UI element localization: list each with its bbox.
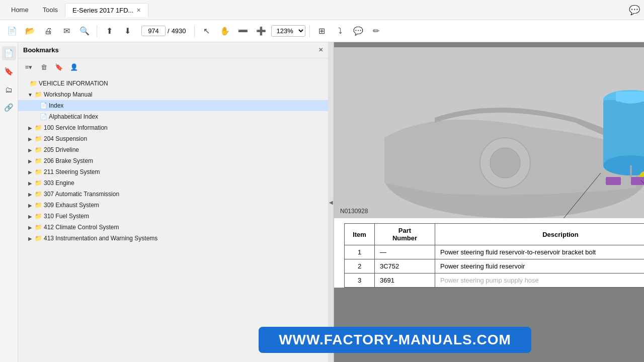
- bookmarks-panel: Bookmarks ✕ ≡▾ 🗑 🔖 👤 📁 VEHICLE INFORMATI…: [18, 42, 328, 362]
- document-page: 3 4 N0130928 Item PartNumb: [334, 47, 644, 288]
- tree-item-205[interactable]: ▶ 📁 205 Driveline: [18, 144, 328, 155]
- svg-text:N0130928: N0130928: [340, 208, 368, 215]
- tab-tools[interactable]: Tools: [36, 3, 65, 17]
- file-icon-alpha-index: 📄: [39, 113, 47, 121]
- tree-label-vehicle-info: VEHICLE INFORMATION: [39, 80, 108, 87]
- bookmarks-close-button[interactable]: ✕: [318, 47, 323, 53]
- tree-item-413[interactable]: ▶ 📁 413 Instrumentation and Warning Syst…: [18, 233, 328, 244]
- toggle-206[interactable]: ▶: [26, 157, 34, 165]
- folder-icon-206: 📁: [34, 157, 42, 165]
- toolbar: 📄 📂 🖨 ✉ 🔍 ⬆ ⬇ 974 / 4930 ↖ ✋ ➖ ➕ 123% 10…: [0, 20, 644, 42]
- tree-item-206[interactable]: ▶ 📁 206 Brake System: [18, 155, 328, 166]
- col-header-desc: Description: [435, 224, 645, 245]
- zoom-select[interactable]: 123% 100% 150%: [271, 25, 305, 37]
- tree-label-index: Index: [49, 102, 63, 109]
- tree-item-412[interactable]: ▶ 📁 412 Climate Control System: [18, 222, 328, 233]
- folder-icon-309: 📁: [34, 201, 42, 209]
- folder-icon-205: 📁: [34, 146, 42, 154]
- tree-item-309[interactable]: ▶ 📁 309 Exhaust System: [18, 200, 328, 211]
- tree-item-alpha-index[interactable]: 📄 Alphabetical Index: [18, 111, 328, 122]
- bookmarks-toolbar: ≡▾ 🗑 🔖 👤: [18, 58, 328, 76]
- col-header-part: PartNumber: [375, 224, 435, 245]
- tree-item-index[interactable]: 📄 Index: [18, 100, 328, 111]
- side-link-icon[interactable]: 🔗: [2, 101, 16, 115]
- toggle-100-service[interactable]: ▶: [26, 124, 34, 132]
- tree-item-workshop-manual[interactable]: ▼ 📁 Workshop Manual: [18, 89, 328, 100]
- tree-item-204[interactable]: ▶ 📁 204 Suspension: [18, 133, 328, 144]
- tree-item-vehicle-info[interactable]: 📁 VEHICLE INFORMATION: [18, 78, 328, 89]
- row1-desc: Power steering fluid reservoir-to-reserv…: [435, 245, 645, 259]
- folder-icon-412: 📁: [34, 223, 42, 231]
- row1-item: 1: [345, 245, 375, 259]
- tree-item-211[interactable]: ▶ 📁 211 Steering System: [18, 166, 328, 177]
- page-current-input[interactable]: 974: [141, 26, 166, 36]
- svg-rect-11: [631, 177, 644, 185]
- toggle-205[interactable]: ▶: [26, 146, 34, 154]
- parts-table-wrap: Item PartNumber Description 1 — Power st…: [334, 218, 644, 288]
- toolbar-separator-3: [309, 25, 310, 37]
- tree-label-workshop-manual: Workshop Manual: [44, 91, 93, 98]
- tree-label-205: 205 Driveline: [44, 146, 79, 153]
- toggle-307[interactable]: ▶: [26, 190, 34, 198]
- hand-tool-button[interactable]: ✋: [217, 23, 233, 39]
- next-page-button[interactable]: ⬇: [119, 23, 135, 39]
- open-button[interactable]: 📂: [22, 23, 38, 39]
- zoom-out-button[interactable]: ➖: [235, 23, 251, 39]
- comment-button[interactable]: 💬: [350, 23, 366, 39]
- tab-close-button[interactable]: ✕: [136, 7, 141, 14]
- tree-label-206: 206 Brake System: [44, 157, 93, 164]
- email-button[interactable]: ✉: [58, 23, 74, 39]
- fit-button[interactable]: ⊞: [314, 23, 330, 39]
- tab-home[interactable]: Home: [4, 3, 36, 17]
- side-page-icon[interactable]: 📄: [2, 46, 16, 60]
- col-header-item: Item: [345, 224, 375, 245]
- toggle-204[interactable]: ▶: [26, 135, 34, 143]
- title-bar: Home Tools E-Series 2017 1FD... ✕ 💬: [0, 0, 644, 20]
- tree-label-310: 310 Fuel System: [44, 213, 89, 220]
- tree-item-303[interactable]: ▶ 📁 303 Engine: [18, 177, 328, 189]
- prev-page-button[interactable]: ⬆: [101, 23, 117, 39]
- toolbar-separator-2: [194, 25, 195, 37]
- folder-icon-204: 📁: [34, 135, 42, 143]
- document-content[interactable]: 3 4 N0130928 Item PartNumb: [334, 42, 644, 362]
- factory-manuals-banner[interactable]: WWW.FACTORY-MANUALS.COM: [334, 327, 644, 353]
- panel-collapse-handle[interactable]: ◀: [328, 42, 334, 362]
- print-button[interactable]: 🖨: [40, 23, 56, 39]
- tree-label-204: 204 Suspension: [44, 135, 87, 142]
- tree-item-310[interactable]: ▶ 📁 310 Fuel System: [18, 211, 328, 222]
- side-layers-icon[interactable]: 🗂: [2, 82, 16, 97]
- folder-icon-310: 📁: [34, 212, 42, 220]
- tree-label-303: 303 Engine: [44, 179, 74, 187]
- tree-label-100-service: 100 Service Information: [44, 124, 108, 131]
- zoom-in-button[interactable]: ➕: [253, 23, 269, 39]
- chat-icon[interactable]: 💬: [629, 5, 640, 16]
- search-button[interactable]: 🔍: [76, 23, 93, 39]
- toggle-303[interactable]: ▶: [26, 179, 34, 187]
- bookmarks-delete-btn[interactable]: 🗑: [37, 60, 50, 73]
- tree-label-413: 413 Instrumentation and Warning Systems: [44, 235, 157, 242]
- tree-item-307[interactable]: ▶ 📁 307 Automatic Transmission: [18, 189, 328, 200]
- svg-rect-5: [603, 100, 644, 165]
- main-area: 📄 🔖 🗂 🔗 Bookmarks ✕ ≡▾ 🗑 🔖 👤 📁 VEHICLE I…: [0, 42, 644, 362]
- tree-item-100-service[interactable]: ▶ 📁 100 Service Information: [18, 122, 328, 133]
- svg-rect-10: [606, 177, 621, 185]
- new-button[interactable]: 📄: [4, 23, 20, 39]
- toggle-412[interactable]: ▶: [26, 223, 34, 231]
- tab-document[interactable]: E-Series 2017 1FD... ✕: [65, 3, 148, 17]
- bookmarks-list-btn[interactable]: ≡▾: [22, 60, 35, 73]
- annotate-button[interactable]: ✏: [368, 23, 384, 39]
- tree-label-211: 211 Steering System: [44, 168, 100, 175]
- side-bookmark-icon[interactable]: 🔖: [2, 64, 16, 78]
- toggle-vehicle-info[interactable]: [21, 79, 29, 87]
- rotate-button[interactable]: ⤵: [332, 23, 348, 39]
- page-separator: /: [168, 27, 170, 35]
- toggle-309[interactable]: ▶: [26, 201, 34, 209]
- bookmarks-person-btn[interactable]: 👤: [67, 60, 80, 73]
- toggle-workshop-manual[interactable]: ▼: [26, 90, 34, 99]
- row2-part: 3C752: [375, 259, 435, 274]
- toggle-211[interactable]: ▶: [26, 168, 34, 176]
- toggle-413[interactable]: ▶: [26, 234, 34, 242]
- toggle-310[interactable]: ▶: [26, 212, 34, 220]
- bookmarks-add-btn[interactable]: 🔖: [52, 60, 65, 73]
- cursor-tool-button[interactable]: ↖: [199, 23, 215, 39]
